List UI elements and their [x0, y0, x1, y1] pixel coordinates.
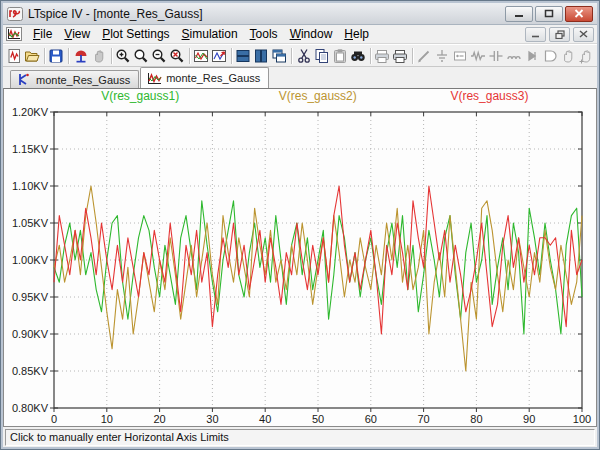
waveform-plot-panel[interactable]: V(res_gauss1)V(res_gauss2)V(res_gauss3) …: [3, 88, 597, 427]
document-minimize-button[interactable]: [525, 27, 546, 42]
menu-bar: FileViewPlot SettingsSimulationToolsWind…: [3, 25, 597, 44]
trace-label-2[interactable]: V(res_gauss2): [279, 89, 357, 103]
window-title: LTspice IV - [monte_Res_Gauss]: [28, 7, 500, 21]
cut-icon: [296, 48, 312, 64]
zoom-area-button[interactable]: [132, 46, 150, 66]
menu-label: iew: [72, 27, 90, 41]
zoom-in-button[interactable]: [114, 46, 132, 66]
menu-accelerator: S: [182, 27, 190, 41]
close-button[interactable]: [565, 6, 593, 22]
menu-file[interactable]: File: [27, 25, 58, 43]
status-bar: Click to manually enter Horizontal Axis …: [3, 427, 597, 447]
zoom-back-button[interactable]: [150, 46, 168, 66]
open-icon: [24, 48, 40, 64]
tile-vertical-icon: [253, 48, 269, 64]
run-button[interactable]: [72, 46, 90, 66]
new-schematic-button[interactable]: [5, 46, 23, 66]
svg-text:1.15KV: 1.15KV: [12, 143, 49, 155]
save-icon: [48, 48, 64, 64]
print-preview-icon: [374, 48, 390, 64]
svg-text:1.05KV: 1.05KV: [12, 217, 49, 229]
waveform-document-icon: [6, 27, 22, 41]
svg-text:0: 0: [51, 413, 57, 425]
print-button[interactable]: [391, 46, 409, 66]
copy-button[interactable]: [313, 46, 331, 66]
menu-simulation[interactable]: Simulation: [176, 25, 244, 43]
menu-view[interactable]: View: [58, 25, 96, 43]
net-label-button: [451, 46, 469, 66]
diode-button: [523, 46, 541, 66]
plot-settings-icon: [211, 48, 227, 64]
menu-help[interactable]: Help: [338, 25, 375, 43]
zoom-full-extents-icon: [169, 48, 185, 64]
capacitor-button: [487, 46, 505, 66]
zoom-area-icon: [133, 48, 149, 64]
tile-vertical-button[interactable]: [252, 46, 270, 66]
open-button[interactable]: [23, 46, 41, 66]
svg-text:10: 10: [101, 413, 113, 425]
menu-accelerator: P: [102, 27, 110, 41]
inductor-icon: [506, 48, 522, 64]
move-icon: [560, 48, 576, 64]
zoom-full-extents-button[interactable]: [168, 46, 186, 66]
tab-waveform-monte_res_gauss[interactable]: monte_Res_Gauss: [140, 67, 269, 88]
paste-button: [331, 46, 349, 66]
svg-text:90: 90: [523, 413, 535, 425]
svg-text:30: 30: [206, 413, 218, 425]
document-restore-button[interactable]: [549, 27, 570, 42]
menu-window[interactable]: Window: [284, 25, 339, 43]
print-preview-button[interactable]: [373, 46, 391, 66]
svg-text:1.20KV: 1.20KV: [12, 106, 49, 118]
inductor-button: [505, 46, 523, 66]
zoom-back-icon: [151, 48, 167, 64]
menu-plot-settings[interactable]: Plot Settings: [96, 25, 175, 43]
trace-label-3[interactable]: V(res_gauss3): [450, 89, 528, 103]
tab-label: monte_Res_Gauss: [166, 72, 260, 84]
svg-text:0.95KV: 0.95KV: [12, 291, 49, 303]
status-message[interactable]: Click to manually enter Horizontal Axis …: [5, 429, 595, 446]
menu-accelerator: V: [64, 27, 72, 41]
autorange-y-button[interactable]: [192, 46, 210, 66]
svg-text:100: 100: [573, 413, 591, 425]
zoom-in-icon: [115, 48, 131, 64]
cascade-icon: [271, 48, 287, 64]
find-button[interactable]: [349, 46, 367, 66]
cut-button[interactable]: [295, 46, 313, 66]
menu-label: elp: [353, 27, 369, 41]
menu-label: indow: [301, 27, 332, 41]
menu-label: ools: [256, 27, 278, 41]
menu-tools[interactable]: Tools: [244, 25, 284, 43]
drag-icon: [578, 48, 594, 64]
paste-icon: [332, 48, 348, 64]
save-button[interactable]: [47, 46, 65, 66]
waveform-chart[interactable]: 01020304050607080901000.80KV0.85KV0.90KV…: [4, 102, 596, 426]
menu-label: ile: [40, 27, 52, 41]
cascade-button[interactable]: [270, 46, 288, 66]
title-bar: LTspice IV - [monte_Res_Gauss]: [3, 3, 597, 25]
wire-icon: [416, 48, 432, 64]
component-icon: [542, 48, 558, 64]
plot-settings-button[interactable]: [210, 46, 228, 66]
run-icon: [73, 48, 89, 64]
svg-text:0.80KV: 0.80KV: [12, 402, 49, 414]
diode-icon: [524, 48, 540, 64]
svg-text:80: 80: [470, 413, 482, 425]
app-window: LTspice IV - [monte_Res_Gauss] FileViewP…: [0, 0, 600, 450]
maximize-button[interactable]: [535, 6, 563, 22]
ground-button: [433, 46, 451, 66]
trace-legend-row: V(res_gauss1)V(res_gauss2)V(res_gauss3): [4, 89, 596, 103]
svg-text:20: 20: [153, 413, 165, 425]
tab-label: monte_Res_Gauss: [36, 74, 130, 86]
minimize-button[interactable]: [505, 6, 533, 22]
toolbar: [3, 44, 597, 67]
resistor-icon: [470, 48, 486, 64]
tab-schematic-monte_res_gauss[interactable]: monte_Res_Gauss: [10, 70, 139, 88]
copy-icon: [314, 48, 330, 64]
document-close-button[interactable]: [573, 27, 594, 42]
capacitor-icon: [488, 48, 504, 64]
ltspice-logo-icon: [7, 6, 23, 22]
tile-horizontal-button[interactable]: [234, 46, 252, 66]
svg-text:50: 50: [312, 413, 324, 425]
halt-icon: [91, 48, 107, 64]
trace-label-1[interactable]: V(res_gauss1): [101, 89, 179, 103]
